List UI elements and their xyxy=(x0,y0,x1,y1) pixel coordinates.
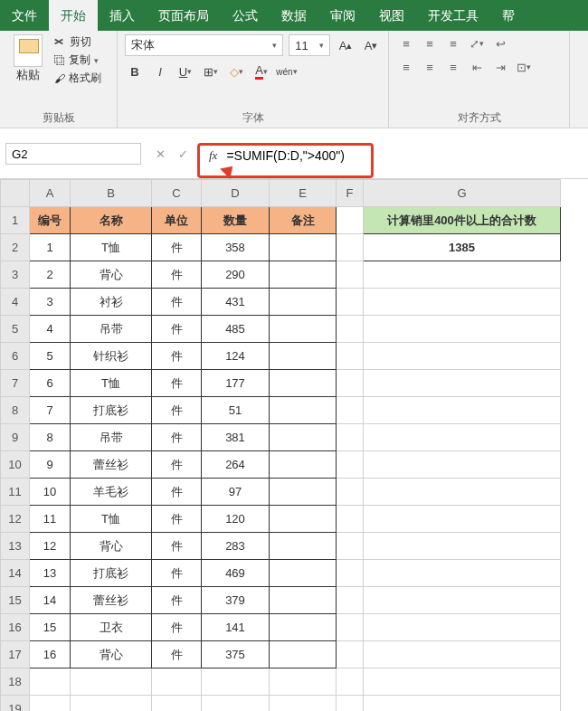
cell-name[interactable]: 背心 xyxy=(71,261,152,289)
empty-cell[interactable] xyxy=(202,696,270,712)
cell-G[interactable] xyxy=(364,316,561,343)
cell-G[interactable] xyxy=(364,343,561,370)
cell-id[interactable]: 3 xyxy=(30,289,71,316)
cell-name[interactable]: 衬衫 xyxy=(71,289,152,316)
cell-qty[interactable]: 381 xyxy=(202,424,270,451)
empty-cell[interactable] xyxy=(364,668,561,696)
empty-cell[interactable] xyxy=(364,696,561,712)
cell-unit[interactable]: 件 xyxy=(152,479,202,506)
row-header-9[interactable]: 9 xyxy=(1,424,30,451)
cell-id[interactable]: 9 xyxy=(30,451,71,479)
cell-G[interactable] xyxy=(364,397,561,424)
cell-unit[interactable]: 件 xyxy=(152,234,202,261)
worksheet[interactable]: ABCDEFG1编号名称单位数量备注计算销里400件以上的合计数21T恤件358… xyxy=(0,179,588,711)
cell-F[interactable] xyxy=(337,587,364,614)
cell-id[interactable]: 7 xyxy=(30,397,71,424)
header-qty[interactable]: 数量 xyxy=(202,207,270,234)
col-header-D[interactable]: D xyxy=(202,180,270,207)
merge-icon[interactable]: ⊡▾ xyxy=(514,58,534,76)
cell-F[interactable] xyxy=(337,234,364,261)
empty-cell[interactable] xyxy=(202,668,270,696)
row-header-15[interactable]: 15 xyxy=(1,587,30,614)
cell-F[interactable] xyxy=(337,506,364,533)
col-header-B[interactable]: B xyxy=(71,180,152,207)
tab-review[interactable]: 审阅 xyxy=(318,0,367,31)
cell-unit[interactable]: 件 xyxy=(152,370,202,397)
row-header-4[interactable]: 4 xyxy=(1,289,30,316)
cell-note[interactable] xyxy=(270,234,337,261)
cell-note[interactable] xyxy=(270,587,337,614)
row-header-3[interactable]: 3 xyxy=(1,261,30,289)
col-header-A[interactable]: A xyxy=(30,180,71,207)
summary-value[interactable]: 1385 xyxy=(364,234,561,261)
row-header-1[interactable]: 1 xyxy=(1,207,30,234)
align-center-icon[interactable]: ≡ xyxy=(420,58,440,76)
align-right-icon[interactable]: ≡ xyxy=(443,58,463,76)
cell-qty[interactable]: 290 xyxy=(202,261,270,289)
empty-cell[interactable] xyxy=(152,668,202,696)
row-header-8[interactable]: 8 xyxy=(1,397,30,424)
cell-G[interactable] xyxy=(364,451,561,479)
cell-note[interactable] xyxy=(270,560,337,587)
tab-insert[interactable]: 插入 xyxy=(98,0,147,31)
cell-note[interactable] xyxy=(270,289,337,316)
col-header-G[interactable]: G xyxy=(364,180,561,207)
cell-note[interactable] xyxy=(270,614,337,641)
italic-button[interactable]: I xyxy=(150,62,170,81)
tab-formula[interactable]: 公式 xyxy=(221,0,270,31)
cell-qty[interactable]: 120 xyxy=(202,506,270,533)
row-header-11[interactable]: 11 xyxy=(1,479,30,506)
row-header-18[interactable]: 18 xyxy=(1,668,30,696)
cell-G[interactable] xyxy=(364,641,561,668)
cell-F[interactable] xyxy=(337,370,364,397)
cell-unit[interactable]: 件 xyxy=(152,451,202,479)
border-button[interactable]: ⊞▾ xyxy=(201,62,221,81)
cell-unit[interactable]: 件 xyxy=(152,343,202,370)
indent-left-icon[interactable]: ⇤ xyxy=(467,58,487,76)
tab-view[interactable]: 视图 xyxy=(367,0,416,31)
cell-note[interactable] xyxy=(270,533,337,560)
cell-note[interactable] xyxy=(270,641,337,668)
cell-qty[interactable]: 97 xyxy=(202,479,270,506)
cell-G[interactable] xyxy=(364,533,561,560)
wrap-text-icon[interactable]: ↩ xyxy=(490,34,510,52)
cell-name[interactable]: 羊毛衫 xyxy=(71,479,152,506)
header-note[interactable]: 备注 xyxy=(270,207,337,234)
empty-cell[interactable] xyxy=(30,696,71,712)
phonetic-button[interactable]: wén▾ xyxy=(277,62,297,81)
cell-F1[interactable] xyxy=(337,207,364,234)
cell-G[interactable] xyxy=(364,261,561,289)
empty-cell[interactable] xyxy=(30,668,71,696)
cell-note[interactable] xyxy=(270,424,337,451)
copy-button[interactable]: ⿻复制▾ xyxy=(54,52,101,68)
cell-id[interactable]: 8 xyxy=(30,424,71,451)
cell-name[interactable]: 背心 xyxy=(71,641,152,668)
cell-note[interactable] xyxy=(270,316,337,343)
cut-button[interactable]: 剪切 xyxy=(54,34,101,50)
cell-unit[interactable]: 件 xyxy=(152,614,202,641)
row-header-19[interactable]: 19 xyxy=(1,696,30,712)
decrease-font-icon[interactable]: A▾ xyxy=(361,35,381,55)
cell-unit[interactable]: 件 xyxy=(152,533,202,560)
cell-F[interactable] xyxy=(337,424,364,451)
row-header-7[interactable]: 7 xyxy=(1,370,30,397)
col-header-F[interactable]: F xyxy=(337,180,364,207)
tab-help[interactable]: 帮 xyxy=(490,0,526,31)
cell-G[interactable] xyxy=(364,424,561,451)
empty-cell[interactable] xyxy=(71,668,152,696)
col-header-C[interactable]: C xyxy=(152,180,202,207)
cell-F[interactable] xyxy=(337,560,364,587)
align-middle-icon[interactable]: ≡ xyxy=(420,34,440,52)
tab-dev[interactable]: 开发工具 xyxy=(416,0,490,31)
cell-id[interactable]: 14 xyxy=(30,587,71,614)
row-header-16[interactable]: 16 xyxy=(1,614,30,641)
empty-cell[interactable] xyxy=(152,696,202,712)
cell-id[interactable]: 13 xyxy=(30,560,71,587)
orientation-icon[interactable]: ⤢▾ xyxy=(467,34,487,52)
empty-cell[interactable] xyxy=(337,668,364,696)
bold-button[interactable]: B xyxy=(125,62,145,81)
cancel-formula-icon[interactable]: ✕ xyxy=(156,147,166,161)
align-top-icon[interactable]: ≡ xyxy=(396,34,416,52)
cell-name[interactable]: 卫衣 xyxy=(71,614,152,641)
cell-G[interactable] xyxy=(364,479,561,506)
